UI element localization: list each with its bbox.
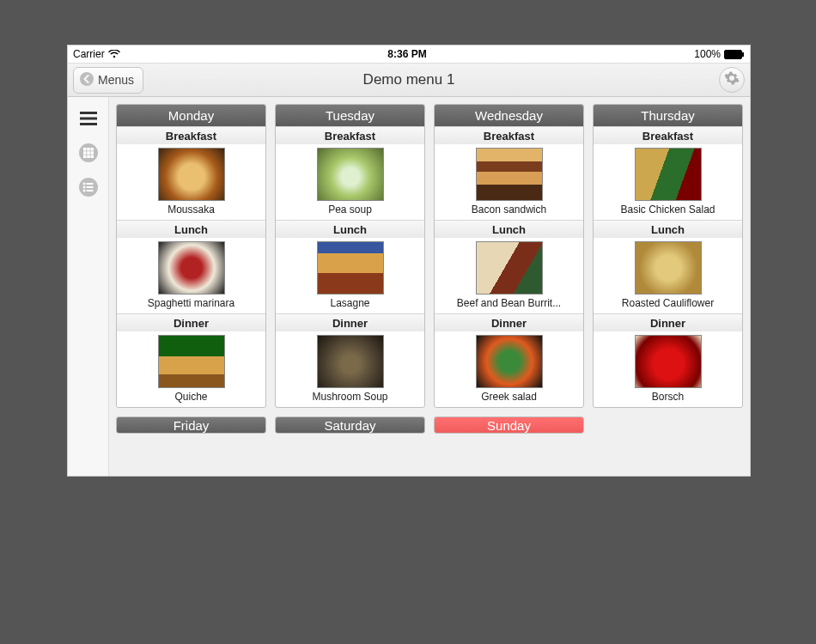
- svg-rect-9: [90, 148, 94, 151]
- meal-slot-label: Dinner: [435, 314, 583, 331]
- svg-point-21: [82, 190, 85, 192]
- meal-block[interactable]: LunchSpaghetti marinara: [117, 220, 265, 313]
- svg-point-17: [82, 183, 85, 185]
- svg-rect-3: [80, 112, 97, 114]
- carrier-label: Carrier: [73, 48, 105, 60]
- meal-name-label: Spaghetti marinara: [117, 296, 265, 313]
- meal-image: [476, 148, 543, 201]
- meal-block[interactable]: DinnerGreek salad: [435, 313, 583, 407]
- meal-name-label: Quiche: [117, 390, 265, 407]
- day-card-friday[interactable]: Friday: [116, 416, 266, 434]
- meal-image: [476, 241, 543, 295]
- meal-block[interactable]: DinnerMushroom Soup: [276, 313, 424, 407]
- day-card-thursday[interactable]: ThursdayBreakfastBasic Chicken SaladLunc…: [593, 104, 743, 408]
- back-button-label: Menus: [98, 73, 134, 87]
- meal-name-label: Greek salad: [435, 390, 583, 407]
- meal-name-label: Borsch: [594, 390, 742, 407]
- svg-rect-4: [80, 118, 97, 120]
- svg-rect-22: [86, 190, 93, 191]
- device-frame: Carrier 8:36 PM 100% Menus Demo menu 1: [67, 45, 751, 477]
- day-card-tuesday[interactable]: TuesdayBreakfastPea soupLunchLasagneDinn…: [275, 104, 425, 408]
- svg-rect-0: [725, 50, 742, 58]
- meal-slot-label: Breakfast: [276, 127, 424, 144]
- svg-rect-5: [80, 123, 97, 125]
- meal-slot-label: Breakfast: [117, 127, 265, 144]
- day-card-saturday[interactable]: Saturday: [275, 416, 425, 434]
- nav-bar: Menus Demo menu 1: [68, 63, 750, 97]
- day-grid: MondayBreakfastMoussakaLunchSpaghetti ma…: [116, 104, 743, 408]
- meal-name-label: Pea soup: [276, 203, 424, 220]
- menu-area[interactable]: MondayBreakfastMoussakaLunchSpaghetti ma…: [109, 97, 750, 476]
- list-icon[interactable]: [77, 176, 100, 198]
- meal-slot-label: Dinner: [594, 314, 742, 331]
- meal-name-label: Bacon sandwich: [435, 203, 583, 220]
- day-header: Wednesday: [435, 105, 583, 126]
- svg-rect-13: [83, 155, 87, 159]
- svg-rect-12: [90, 151, 94, 155]
- svg-rect-7: [83, 148, 87, 151]
- meal-image: [158, 335, 225, 388]
- svg-rect-15: [90, 155, 94, 159]
- page-title: Demo menu 1: [363, 71, 455, 88]
- meal-slot-label: Breakfast: [594, 127, 742, 144]
- svg-point-2: [80, 72, 94, 86]
- meal-block[interactable]: LunchBeef and Bean Burrit...: [435, 220, 583, 313]
- grid-icon[interactable]: [77, 142, 100, 164]
- day-header: Sunday: [435, 417, 583, 434]
- svg-rect-14: [87, 155, 90, 159]
- meal-block[interactable]: LunchRoasted Cauliflower: [594, 220, 742, 313]
- meal-name-label: Basic Chicken Salad: [594, 203, 742, 220]
- day-header: Thursday: [594, 105, 742, 126]
- meal-block[interactable]: DinnerQuiche: [117, 313, 265, 407]
- meal-image: [317, 148, 384, 201]
- svg-rect-11: [87, 151, 90, 155]
- svg-rect-18: [86, 183, 93, 185]
- meal-name-label: Beef and Bean Burrit...: [435, 296, 583, 313]
- meal-image: [635, 148, 702, 201]
- menu-icon[interactable]: [77, 107, 100, 130]
- svg-point-19: [82, 186, 85, 189]
- back-button[interactable]: Menus: [73, 67, 143, 94]
- svg-rect-8: [87, 148, 90, 151]
- day-header: Saturday: [276, 417, 424, 434]
- meal-name-label: Mushroom Soup: [276, 390, 424, 407]
- meal-image: [317, 241, 384, 295]
- meal-block[interactable]: BreakfastBasic Chicken Salad: [594, 126, 742, 220]
- meal-block[interactable]: BreakfastPea soup: [276, 126, 424, 220]
- meal-block[interactable]: LunchLasagne: [276, 220, 424, 313]
- wifi-icon: [108, 50, 120, 58]
- meal-slot-label: Lunch: [594, 221, 742, 238]
- day-header: Monday: [117, 105, 265, 126]
- battery-icon: [724, 50, 745, 59]
- meal-slot-label: Lunch: [276, 221, 424, 238]
- day-header: Friday: [117, 417, 265, 434]
- settings-button[interactable]: [719, 67, 745, 93]
- content-row: MondayBreakfastMoussakaLunchSpaghetti ma…: [68, 97, 750, 476]
- svg-rect-10: [83, 151, 87, 155]
- meal-slot-label: Breakfast: [435, 127, 583, 144]
- gear-icon: [724, 70, 740, 89]
- meal-slot-label: Lunch: [117, 221, 265, 238]
- meal-name-label: Lasagne: [276, 296, 424, 313]
- meal-image: [635, 241, 702, 295]
- meal-name-label: Moussaka: [117, 203, 265, 220]
- meal-slot-label: Lunch: [435, 221, 583, 238]
- meal-slot-label: Dinner: [117, 314, 265, 331]
- side-rail: [68, 97, 109, 476]
- status-time: 8:36 PM: [120, 48, 695, 60]
- meal-image: [476, 335, 543, 388]
- meal-block[interactable]: BreakfastBacon sandwich: [435, 126, 583, 220]
- day-card-wednesday[interactable]: WednesdayBreakfastBacon sandwichLunchBee…: [434, 104, 584, 408]
- meal-slot-label: Dinner: [276, 314, 424, 331]
- meal-image: [317, 335, 384, 388]
- meal-block[interactable]: BreakfastMoussaka: [117, 126, 265, 220]
- battery-percent: 100%: [694, 48, 721, 60]
- day-card-sunday[interactable]: Sunday: [434, 416, 584, 434]
- svg-rect-1: [742, 52, 744, 57]
- day-card-monday[interactable]: MondayBreakfastMoussakaLunchSpaghetti ma…: [116, 104, 266, 408]
- day-grid-next: FridaySaturdaySunday: [116, 416, 743, 434]
- meal-image: [158, 148, 225, 201]
- status-bar: Carrier 8:36 PM 100%: [68, 46, 750, 63]
- meal-block[interactable]: DinnerBorsch: [594, 313, 742, 407]
- back-arrow-icon: [79, 71, 94, 89]
